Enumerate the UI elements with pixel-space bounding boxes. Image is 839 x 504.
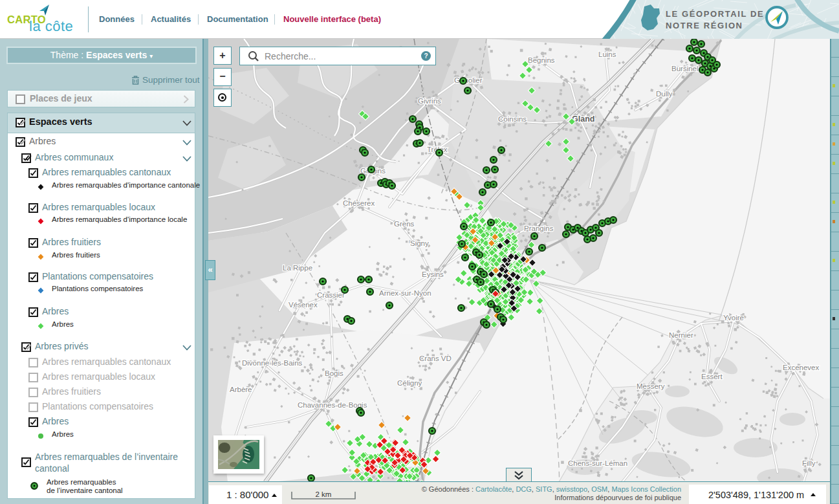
svg-text:Prangins: Prangins — [524, 225, 554, 232]
svg-text:Chéserex: Chéserex — [343, 199, 375, 207]
svg-text:Luins: Luins — [598, 50, 616, 58]
svg-text:Bursinel: Bursinel — [671, 65, 699, 72]
svg-text:Genolier: Genolier — [454, 76, 483, 84]
svg-text:Vésenex: Vésenex — [289, 301, 318, 309]
svg-text:Crans VD: Crans VD — [419, 355, 452, 362]
svg-text:Arbère: Arbère — [230, 386, 252, 393]
svg-text:Chavannes-de-Bogis: Chavannes-de-Bogis — [298, 401, 367, 409]
svg-text:Essert: Essert — [701, 373, 723, 380]
svg-text:Crassier: Crassier — [317, 291, 345, 299]
svg-text:Céligny: Céligny — [397, 379, 422, 387]
svg-text:Excenevex: Excenevex — [783, 364, 820, 371]
svg-text:Begnins: Begnins — [528, 56, 555, 64]
svg-text:La Rippe: La Rippe — [283, 264, 312, 272]
svg-text:Grens: Grens — [394, 220, 415, 228]
svg-text:Arnex-sur-Nyon: Arnex-sur-Nyon — [379, 289, 431, 297]
svg-text:Eysins: Eysins — [422, 270, 444, 278]
svg-text:Nernier: Nernier — [669, 331, 693, 339]
svg-text:Signy: Signy — [410, 239, 429, 247]
svg-text:Bogis: Bogis — [325, 369, 343, 377]
svg-text:Givrins: Givrins — [418, 97, 441, 105]
svg-text:Divonne-les-Bains: Divonne-les-Bains — [242, 359, 303, 367]
svg-text:Messery: Messery — [637, 382, 665, 390]
svg-text:Yvoire: Yvoire — [723, 314, 744, 322]
svg-text:Chens-sur-Léman: Chens-sur-Léman — [568, 459, 627, 467]
svg-text:Dully: Dully — [656, 90, 673, 98]
svg-text:Coinsins: Coinsins — [498, 115, 527, 123]
svg-text:Filly: Filly — [802, 459, 816, 467]
